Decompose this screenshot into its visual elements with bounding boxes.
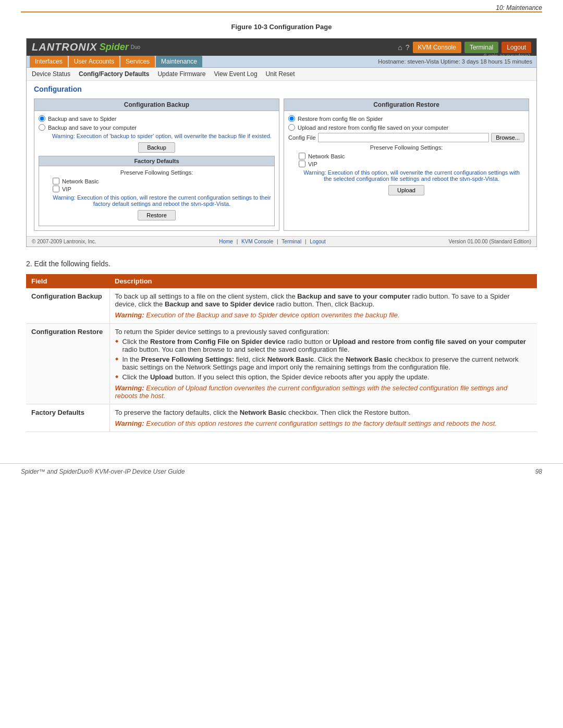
- table-row-factory-defaults: Factory Defaults To preserve the factory…: [26, 404, 537, 432]
- factory-cb-network-basic-label: Network Basic: [62, 178, 99, 184]
- chapter-header: 10: Maintenance: [0, 0, 563, 11]
- backup-button[interactable]: Backup: [138, 142, 175, 153]
- restore-cb-vip[interactable]: VIP: [299, 161, 524, 167]
- subnav-config-factory[interactable]: Config/Factory Defaults: [79, 70, 149, 78]
- duo-text: Duo: [131, 44, 140, 50]
- bullet-upload: Click the Upload button. If you select t…: [115, 373, 532, 381]
- restore-radio-computer-input[interactable]: [288, 124, 295, 131]
- table-field-factory-defaults: Factory Defaults: [26, 404, 109, 432]
- browse-button[interactable]: Browse...: [491, 133, 524, 142]
- page-footer: Spider™ and SpiderDuo® KVM-over-IP Devic…: [0, 463, 563, 479]
- footer-left: Spider™ and SpiderDuo® KVM-over-IP Devic…: [21, 468, 185, 475]
- backup-radio-spider-input[interactable]: [39, 115, 45, 122]
- section2: 2. Edit the following fields. Field Desc…: [26, 260, 537, 432]
- footer-link-logout[interactable]: Logout: [310, 239, 326, 244]
- restore-radio-computer-label: Upload and restore from config file save…: [298, 125, 448, 131]
- footer-link-home[interactable]: Home: [219, 239, 233, 244]
- config-columns: Configuration Backup Backup and save to …: [34, 98, 529, 231]
- backup-radio-computer-label: Backup and save to your computer: [48, 125, 137, 131]
- factory-cb-vip-label: VIP: [62, 186, 71, 192]
- restore-radio-computer[interactable]: Upload and restore from config file save…: [288, 124, 524, 131]
- backup-radio-spider-label: Backup and save to Spider: [48, 116, 116, 122]
- backup-radio-computer-input[interactable]: [39, 124, 45, 131]
- restore-cb-vip-input[interactable]: [299, 161, 305, 167]
- backup-radio-spider[interactable]: Backup and save to Spider: [39, 115, 275, 122]
- description-table: Field Description Configuration Backup T…: [26, 274, 537, 432]
- help-icon[interactable]: ?: [406, 43, 410, 52]
- nav-tab-user-accounts[interactable]: User Accounts: [69, 56, 119, 67]
- logout-button[interactable]: Logout: [501, 42, 531, 53]
- table-desc-config-restore: To return the Spider device settings to …: [109, 324, 537, 404]
- spider-footer: © 2007-2009 Lantronix, Inc. Home | KVM C…: [27, 236, 536, 246]
- bullet-restore-spider: Click the Restore from Config File on Sp…: [115, 338, 532, 353]
- factory-warning: Warning: Execution of this option, will …: [53, 194, 271, 207]
- config-file-input[interactable]: [318, 133, 489, 142]
- nav-tab-interfaces[interactable]: Interfaces: [30, 56, 68, 67]
- table-field-config-backup: Configuration Backup: [26, 288, 109, 324]
- spider-footer-version: Version 01.00.00 (Standard Edition): [449, 239, 531, 244]
- restore-button[interactable]: Restore: [138, 210, 176, 220]
- backup-radio-computer[interactable]: Backup and save to your computer: [39, 124, 275, 131]
- footer-link-terminal[interactable]: Terminal: [282, 239, 301, 244]
- hostname-info: Hostname: steven-Vista Uptime: 3 days 18…: [378, 58, 532, 65]
- subnav-update-firmware[interactable]: Update Firmware: [157, 70, 205, 78]
- upload-button[interactable]: Upload: [388, 185, 424, 195]
- section2-intro: 2. Edit the following fields.: [26, 260, 537, 268]
- factory-cb-network-basic-input[interactable]: [53, 178, 59, 184]
- factory-defaults-body: Preserve Following Settings: Network Bas…: [39, 166, 274, 226]
- terminal-button[interactable]: Terminal: [464, 42, 498, 53]
- restore-radio-spider-input[interactable]: [288, 115, 295, 122]
- spider-topbar: LANTRONIX SpiderDuo ⌂ ? KVM Console Term…: [27, 39, 536, 56]
- restore-col-body: Restore from config file on Spider Uploa…: [284, 111, 529, 202]
- backup-col-body: Backup and save to Spider Backup and sav…: [34, 111, 279, 230]
- spider-footer-links: Home | KVM Console | Terminal | Logout: [217, 239, 328, 244]
- config-file-label: Config File: [288, 134, 316, 141]
- spider-nav: Interfaces User Accounts Services Mainte…: [27, 56, 536, 68]
- restore-radio-spider[interactable]: Restore from config file on Spider: [288, 115, 524, 122]
- spider-top-right: ⌂ ? KVM Console Terminal Logout: [398, 42, 531, 53]
- config-section: Configuration Configuration Backup Backu…: [27, 81, 536, 236]
- kvm-console-button[interactable]: KVM Console: [413, 42, 461, 53]
- footer-right: 98: [535, 468, 542, 475]
- backup-warning: Warning: Execution of 'backup to spider'…: [49, 133, 275, 139]
- restore-cb-network-basic-label: Network Basic: [308, 153, 345, 159]
- spider-logo: LANTRONIX SpiderDuo: [32, 41, 140, 53]
- table-header-field: Field: [26, 274, 109, 288]
- config-file-row: Config File Browse...: [288, 133, 524, 142]
- footer-link-kvm[interactable]: KVM Console: [241, 239, 273, 244]
- factory-defaults-header: Factory Defaults: [39, 156, 274, 166]
- restore-cb-vip-label: VIP: [308, 161, 317, 167]
- restore-col-header: Configuration Restore: [284, 99, 529, 111]
- factory-cb-vip-input[interactable]: [53, 186, 59, 192]
- restore-warning: Warning: Execution of this option, will …: [299, 169, 524, 182]
- restore-radio-spider-label: Restore from config file on Spider: [298, 116, 383, 122]
- table-desc-config-backup: To back up all settings to a file on the…: [109, 288, 537, 324]
- nav-tab-services[interactable]: Services: [120, 56, 155, 67]
- restore-cb-network-basic-input[interactable]: [299, 153, 305, 159]
- factory-defaults-box: Factory Defaults Preserve Following Sett…: [39, 156, 275, 226]
- spider-subnav: Device Status Config/Factory Defaults Up…: [27, 68, 536, 81]
- config-title: Configuration: [34, 85, 529, 93]
- home-icon[interactable]: ⌂: [398, 43, 402, 52]
- bullet-preserve-settings: In the Preserve Following Settings: fiel…: [115, 355, 532, 371]
- table-row-config-backup: Configuration Backup To back up all sett…: [26, 288, 537, 324]
- restore-preserve-label: Preserve Following Settings:: [288, 144, 524, 151]
- restore-column: Configuration Restore Restore from confi…: [284, 98, 529, 231]
- factory-cb-network-basic[interactable]: Network Basic: [53, 178, 271, 184]
- spider-ui-mockup: LANTRONIX SpiderDuo ⌂ ? KVM Console Term…: [26, 38, 537, 247]
- table-header-desc: Description: [109, 274, 537, 288]
- lantronix-logo: LANTRONIX: [32, 41, 97, 53]
- restore-cb-network-basic[interactable]: Network Basic: [299, 153, 524, 159]
- subnav-device-status[interactable]: Device Status: [32, 70, 70, 78]
- backup-col-header: Configuration Backup: [34, 99, 279, 111]
- preserve-label: Preserve Following Settings:: [42, 169, 271, 176]
- backup-column: Configuration Backup Backup and save to …: [34, 98, 279, 231]
- spider-logo-text: Spider: [100, 42, 129, 53]
- spider-footer-copy: © 2007-2009 Lantronix, Inc.: [32, 239, 96, 244]
- subnav-view-event-log[interactable]: View Event Log: [214, 70, 257, 78]
- nav-tab-maintenance[interactable]: Maintenance: [156, 56, 202, 67]
- table-desc-factory-defaults: To preserve the factory defaults, click …: [109, 404, 537, 432]
- subnav-unit-reset[interactable]: Unit Reset: [266, 70, 295, 78]
- factory-cb-vip[interactable]: VIP: [53, 186, 271, 192]
- restore-bullet-list: Click the Restore from Config File on Sp…: [115, 338, 532, 381]
